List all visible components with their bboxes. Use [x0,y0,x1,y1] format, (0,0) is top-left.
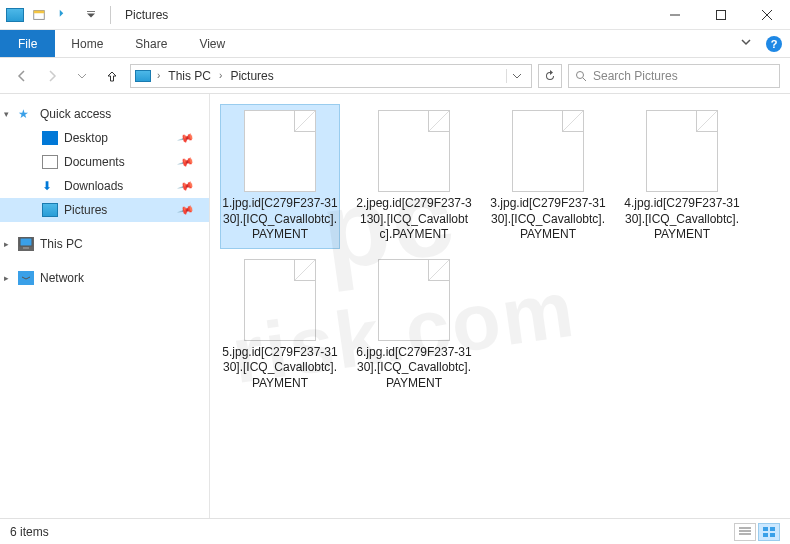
sidebar: ▾ ★ Quick access Desktop 📌 Documents 📌 ⬇… [0,94,210,518]
search-icon [575,70,587,82]
pin-icon: 📌 [177,201,196,219]
file-icon [244,259,316,341]
address-row: › This PC › Pictures [0,58,790,94]
file-name-label: 1.jpg.id[C279F237-3130].[ICQ_Cavallobtc]… [222,196,338,243]
file-item[interactable]: 5.jpg.id[C279F237-3130].[ICQ_Cavallobtc]… [220,253,340,398]
sidebar-item-label: Pictures [64,203,107,217]
svg-rect-1 [34,10,45,13]
back-button[interactable] [10,64,34,88]
search-input[interactable] [593,69,773,83]
pictures-icon [42,203,58,217]
svg-point-7 [577,71,584,78]
qat-new-folder-button[interactable] [54,4,76,26]
refresh-button[interactable] [538,64,562,88]
file-icon [646,110,718,192]
tab-share[interactable]: Share [119,30,183,57]
status-item-count: 6 items [10,525,49,539]
svg-rect-21 [763,533,768,537]
document-icon [42,155,58,169]
breadcrumb-location-icon [135,70,151,82]
breadcrumb-dropdown-icon[interactable] [506,69,527,83]
sidebar-item-downloads[interactable]: ⬇ Downloads 📌 [0,174,209,198]
chevron-right-icon[interactable]: › [215,70,226,81]
qat-properties-button[interactable] [28,4,50,26]
recent-locations-button[interactable] [70,64,94,88]
ribbon: File Home Share View ? [0,30,790,58]
help-icon[interactable]: ? [766,36,782,52]
expand-caret-icon[interactable]: ▸ [4,239,9,249]
sidebar-this-pc[interactable]: ▸ This PC [0,232,209,256]
ribbon-expand-icon[interactable] [740,36,756,52]
network-icon [18,271,34,285]
qat-customize-button[interactable] [80,4,102,26]
sidebar-item-label: Desktop [64,131,108,145]
sidebar-item-label: Downloads [64,179,123,193]
breadcrumb-item-pictures[interactable]: Pictures [228,69,275,83]
breadcrumb[interactable]: › This PC › Pictures [130,64,532,88]
ribbon-right: ? [740,30,790,57]
search-box[interactable] [568,64,780,88]
sidebar-label: Network [40,271,84,285]
thumbnails-view-button[interactable] [758,523,780,541]
file-item[interactable]: 6.jpg.id[C279F237-3130].[ICQ_Cavallobtc]… [354,253,474,398]
file-item[interactable]: 3.jpg.id[C279F237-3130].[ICQ_Cavallobtc]… [488,104,608,249]
svg-line-15 [26,277,30,279]
tab-view[interactable]: View [183,30,241,57]
svg-rect-22 [770,533,775,537]
svg-line-8 [583,78,586,81]
sidebar-label: This PC [40,237,83,251]
file-icon [378,110,450,192]
sidebar-item-documents[interactable]: Documents 📌 [0,150,209,174]
pin-icon: 📌 [177,153,196,171]
expand-caret-icon[interactable]: ▸ [4,273,9,283]
sidebar-quick-access[interactable]: ▾ ★ Quick access [0,102,209,126]
file-item[interactable]: 4.jpg.id[C279F237-3130].[ICQ_Cavallobtc]… [622,104,742,249]
file-icon [512,110,584,192]
statusbar: 6 items [0,518,790,544]
pin-icon: 📌 [177,129,196,147]
forward-button[interactable] [40,64,64,88]
main: ▾ ★ Quick access Desktop 📌 Documents 📌 ⬇… [0,94,790,518]
tab-home[interactable]: Home [55,30,119,57]
file-tab[interactable]: File [0,30,55,57]
svg-rect-12 [27,272,33,277]
svg-rect-11 [19,272,25,277]
desktop-icon [42,131,58,145]
minimize-button[interactable] [652,0,698,30]
maximize-button[interactable] [698,0,744,30]
chevron-right-icon[interactable]: › [153,70,164,81]
sidebar-network[interactable]: ▸ Network [0,266,209,290]
window-title: Pictures [125,8,168,22]
svg-rect-13 [23,279,29,284]
file-item[interactable]: 2.jpeg.id[C279F237-3130].[ICQ_Cavallobtc… [354,104,474,249]
titlebar-separator [110,6,111,24]
titlebar: Pictures [0,0,790,30]
file-icon [244,110,316,192]
sidebar-item-label: Documents [64,155,125,169]
download-icon: ⬇ [42,179,58,193]
close-button[interactable] [744,0,790,30]
file-item[interactable]: 1.jpg.id[C279F237-3130].[ICQ_Cavallobtc]… [220,104,340,249]
file-icon [378,259,450,341]
titlebar-left: Pictures [0,4,168,26]
file-name-label: 5.jpg.id[C279F237-3130].[ICQ_Cavallobtc]… [222,345,338,392]
svg-rect-4 [717,10,726,19]
file-name-label: 4.jpg.id[C279F237-3130].[ICQ_Cavallobtc]… [624,196,740,243]
window-controls [652,0,790,30]
expand-caret-icon[interactable]: ▾ [4,109,9,119]
svg-rect-19 [763,527,768,531]
svg-rect-20 [770,527,775,531]
details-view-button[interactable] [734,523,756,541]
svg-rect-10 [23,247,29,249]
pc-icon [18,237,34,251]
breadcrumb-item-this-pc[interactable]: This PC [166,69,213,83]
file-name-label: 6.jpg.id[C279F237-3130].[ICQ_Cavallobtc]… [356,345,472,392]
sidebar-item-pictures[interactable]: Pictures 📌 [0,198,209,222]
sidebar-item-desktop[interactable]: Desktop 📌 [0,126,209,150]
up-button[interactable] [100,64,124,88]
view-buttons [734,523,780,541]
file-grid[interactable]: 1.jpg.id[C279F237-3130].[ICQ_Cavallobtc]… [210,94,790,518]
svg-rect-9 [20,238,32,246]
svg-rect-2 [87,11,95,12]
file-name-label: 2.jpeg.id[C279F237-3130].[ICQ_Cavallobtc… [356,196,472,243]
